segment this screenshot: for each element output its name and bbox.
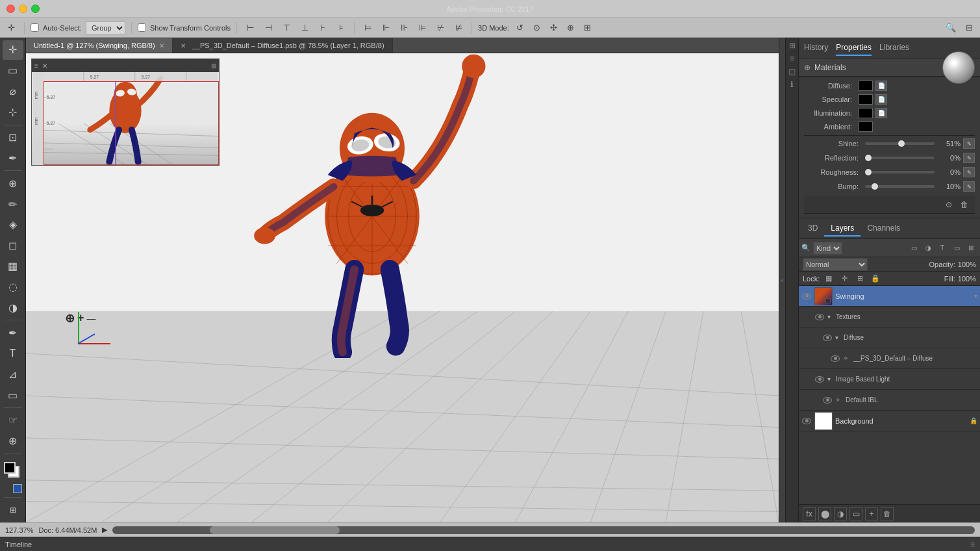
group-select[interactable]: Group [86,21,125,34]
bump-slider[interactable] [865,185,935,188]
tab-untitled[interactable]: Untitled-1 @ 127% (Swinging, RGB/8) ✕ [26,38,173,53]
layer-swinging[interactable]: Swinging ▾ [799,286,980,307]
3d-scale-icon[interactable]: ⊞ [581,21,595,35]
specular-file-icon[interactable]: 📄 [875,94,887,105]
clone-tool[interactable]: ◈ [3,215,23,235]
panel-icon-info[interactable]: ℹ [786,78,799,91]
timeline-label[interactable]: Timeline [5,541,32,548]
dist-top-icon[interactable]: ⊫ [415,21,429,35]
ibl-expand-icon[interactable]: ▾ [827,376,831,383]
roughness-edit-icon[interactable]: ✎ [963,167,975,177]
bump-thumb[interactable] [872,183,878,190]
brush-tool[interactable]: ✏ [3,194,23,214]
align-bottom-icon[interactable]: ⊧ [334,21,348,35]
screen-mode-icon[interactable]: ⊞ [3,500,23,520]
type-layer-icon[interactable]: T [936,242,949,255]
materials-icon[interactable]: ⊕ [804,63,810,72]
bump-edit-icon[interactable]: ✎ [963,181,975,192]
diffuse-expand-icon[interactable]: ▾ [835,334,838,341]
layer-diffuse[interactable]: ▾ Diffuse [799,327,980,348]
lock-artboard-icon[interactable]: ⊞ [853,272,866,285]
reflection-thumb[interactable] [865,155,872,161]
opacity-value[interactable]: 100% [958,261,976,268]
kind-select[interactable]: Kind [813,242,842,255]
tab-libraries[interactable]: Libraries [879,40,909,56]
align-middle-icon[interactable]: ⊦ [316,21,330,35]
layer-textures[interactable]: ▾ Textures [799,307,980,327]
lasso-tool[interactable]: ⌀ [3,82,23,101]
roughness-slider[interactable] [865,171,935,173]
fill-value[interactable]: 100% [958,275,976,283]
shine-thumb[interactable] [898,140,905,147]
shape-tool[interactable]: ▭ [3,385,23,405]
lock-pixels-icon[interactable]: ▦ [822,272,835,285]
canvas-scrollbar[interactable] [112,526,975,534]
minimize-button[interactable] [19,5,27,13]
eyedropper-tool[interactable]: ✒ [3,148,23,168]
layer-swinging-expand[interactable]: ▾ [974,292,977,300]
blend-mode-select[interactable]: Normal [803,258,868,271]
dist-bottom-icon[interactable]: ⊭ [451,21,466,35]
align-top-icon[interactable]: ⊥ [297,21,312,35]
specular-swatch[interactable] [859,94,873,105]
dist-center-icon[interactable]: ⊩ [379,21,393,35]
foreground-color-swatch[interactable] [4,462,16,474]
reflection-edit-icon[interactable]: ✎ [963,153,975,163]
pixel-layer-icon[interactable]: ▭ [907,242,920,255]
layer-fx-icon[interactable]: fx [803,507,816,520]
shape-layer-icon[interactable]: ▭ [950,242,963,255]
dist-left-icon[interactable]: ⊨ [360,21,375,35]
layer-textures-visibility[interactable] [814,312,825,322]
magic-wand-tool[interactable]: ⊹ [3,103,23,122]
layer-ibl-visibility[interactable] [814,374,825,385]
hand-tool[interactable]: ☞ [3,411,23,430]
align-center-h-icon[interactable]: ⊣ [261,21,275,35]
shine-slider[interactable] [865,142,935,145]
reflection-slider[interactable] [865,157,935,159]
align-right-icon[interactable]: ⊤ [279,21,294,35]
type-tool[interactable]: T [3,344,23,363]
panel-icon-layers-mini[interactable]: ≡ [786,52,799,65]
layer-swinging-visibility[interactable] [801,291,812,301]
lock-move-icon[interactable]: ✛ [838,272,851,285]
layer-default-ibl[interactable]: ✧ Default IBL [799,390,980,411]
workspace-icon[interactable]: ⊟ [962,21,976,35]
gradient-tool[interactable]: ▦ [3,257,23,276]
transform-checkbox[interactable] [138,23,146,32]
layer-adjustment-icon[interactable]: ◑ [834,507,847,520]
layer-new-icon[interactable]: + [865,507,878,520]
layer-ps3d[interactable]: ✧ __PS_3D_Default – Diffuse [799,348,980,369]
zoom-tool[interactable]: ⊕ [3,431,23,451]
layer-mask-icon[interactable]: ⬤ [818,507,831,520]
marquee-tool[interactable]: ▭ [3,61,23,81]
panel-icon-adjust[interactable]: ◫ [786,65,799,78]
diffuse-file-icon[interactable]: 📄 [875,81,887,91]
layer-group-icon[interactable]: ▭ [849,507,862,520]
status-arrow[interactable]: ▶ [102,526,107,534]
dodge-tool[interactable]: ◑ [3,298,23,318]
scrollbar-thumb[interactable] [210,526,340,534]
tab1-close[interactable]: ✕ [159,42,164,49]
layer-ibl[interactable]: ▾ Image Based Light [799,369,980,390]
thumbnail-expand-icon[interactable]: ⊞ [211,62,216,70]
layer-default-ibl-visibility[interactable] [822,395,833,405]
diffuse-swatch[interactable] [859,81,873,91]
layers-tab-3d[interactable]: 3D [801,221,824,237]
crop-tool[interactable]: ⊡ [3,128,23,147]
move-icon[interactable]: ✛ [4,21,18,35]
material-action-icon1[interactable]: ⊙ [942,198,955,211]
heal-tool[interactable]: ⊕ [3,173,23,193]
close-button[interactable] [6,5,15,13]
thumbnail-content[interactable]: 5.27 5.27 mm mm 5.27 5.27 [32,72,219,165]
3d-rotate-icon[interactable]: ↺ [513,21,527,35]
layer-background[interactable]: Background 🔒 [799,411,980,431]
ambient-swatch[interactable] [859,122,873,132]
panel-icon-properties[interactable]: ⊞ [786,39,799,52]
roughness-thumb[interactable] [865,169,872,175]
thumbnail-menu-icon[interactable]: ≡ [34,62,38,70]
dist-right-icon[interactable]: ⊪ [397,21,411,35]
layer-ps3d-visibility[interactable] [830,353,840,364]
erase-tool[interactable]: ◻ [3,236,23,255]
align-left-icon[interactable]: ⊢ [243,21,257,35]
tab-properties[interactable]: Properties [836,40,872,56]
